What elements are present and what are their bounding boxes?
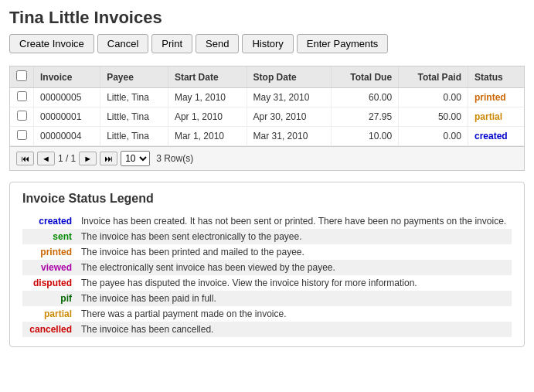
header-checkbox-col	[10, 66, 34, 88]
row-checkbox-cell	[10, 88, 34, 107]
legend-status-label: disputed	[22, 275, 77, 291]
table-row: 00000005 Little, Tina May 1, 2010 May 31…	[10, 88, 524, 107]
invoices-table-container: Invoice Payee Start Date Stop Date Total…	[9, 66, 525, 171]
legend-row: disputed The payee has disputed the invo…	[22, 275, 512, 291]
legend-row: partial There was a partial payment made…	[22, 306, 512, 322]
legend-status-label: created	[22, 213, 77, 229]
table-row: 00000001 Little, Tina Apr 1, 2010 Apr 30…	[10, 107, 524, 127]
legend-description: The invoice has been sent electronically…	[77, 229, 512, 244]
row-checkbox[interactable]	[17, 91, 27, 101]
next-page-button[interactable]: ►	[79, 152, 97, 165]
enter-payments-button[interactable]: Enter Payments	[297, 34, 389, 53]
header-status: Status	[468, 66, 524, 88]
table-row: 00000004 Little, Tina Mar 1, 2010 Mar 31…	[10, 127, 524, 146]
legend-row: created Invoice has been created. It has…	[22, 213, 512, 229]
legend-status-label: pif	[22, 291, 77, 306]
header-total-paid: Total Paid	[399, 66, 468, 88]
prev-page-button[interactable]: ◄	[37, 152, 55, 165]
row-total-paid: 0.00	[399, 127, 468, 146]
invoices-table: Invoice Payee Start Date Stop Date Total…	[10, 66, 524, 146]
legend-description: The invoice has been paid in full.	[77, 291, 512, 306]
row-total-due: 27.95	[332, 107, 399, 127]
pagination-row: ⏮ ◄ 1 / 1 ► ⏭ 10 25 50 3 Row(s)	[10, 146, 524, 170]
legend-status-label: sent	[22, 229, 77, 244]
row-stop-date: Mar 31, 2010	[247, 127, 332, 146]
table-header-row: Invoice Payee Start Date Stop Date Total…	[10, 66, 524, 88]
row-start-date: Mar 1, 2010	[168, 127, 247, 146]
legend-status-label: printed	[22, 244, 77, 260]
select-all-checkbox[interactable]	[16, 70, 27, 81]
row-total-paid: 0.00	[399, 88, 468, 107]
row-invoice: 00000001	[34, 107, 100, 127]
print-button[interactable]: Print	[151, 34, 192, 53]
row-count: 3 Row(s)	[156, 153, 193, 164]
legend-description: There was a partial payment made on the …	[77, 306, 512, 322]
row-payee: Little, Tina	[100, 107, 168, 127]
legend-row: printed The invoice has been printed and…	[22, 244, 512, 260]
legend-status-label: cancelled	[22, 322, 77, 337]
row-total-paid: 50.00	[399, 107, 468, 127]
legend-title: Invoice Status Legend	[22, 192, 512, 206]
header-stop-date: Stop Date	[247, 66, 332, 88]
row-payee: Little, Tina	[100, 88, 168, 107]
row-invoice: 00000004	[34, 127, 100, 146]
first-page-button[interactable]: ⏮	[16, 152, 34, 165]
row-stop-date: May 31, 2010	[247, 88, 332, 107]
row-checkbox[interactable]	[17, 111, 27, 121]
legend-description: The invoice has been cancelled.	[77, 322, 512, 337]
row-stop-date: Apr 30, 2010	[247, 107, 332, 127]
create-invoice-button[interactable]: Create Invoice	[9, 34, 94, 53]
legend-description: Invoice has been created. It has not bee…	[77, 213, 512, 229]
row-status: partial	[468, 107, 524, 127]
row-checkbox[interactable]	[17, 130, 27, 140]
header-payee: Payee	[100, 66, 168, 88]
legend-row: viewed The electronically sent invoice h…	[22, 260, 512, 275]
page-header: Tina Little Invoices Create Invoice Canc…	[0, 0, 534, 66]
legend-row: sent The invoice has been sent electroni…	[22, 229, 512, 244]
legend-description: The payee has disputed the invoice. View…	[77, 275, 512, 291]
header-invoice: Invoice	[34, 66, 100, 88]
header-start-date: Start Date	[168, 66, 247, 88]
row-checkbox-cell	[10, 127, 34, 146]
row-start-date: Apr 1, 2010	[168, 107, 247, 127]
send-button[interactable]: Send	[196, 34, 239, 53]
per-page-select[interactable]: 10 25 50	[121, 151, 150, 166]
history-button[interactable]: History	[242, 34, 293, 53]
legend-row: pif The invoice has been paid in full.	[22, 291, 512, 306]
last-page-button[interactable]: ⏭	[100, 152, 117, 165]
legend-table: created Invoice has been created. It has…	[22, 213, 512, 337]
legend-status-label: partial	[22, 306, 77, 322]
legend-description: The invoice has been printed and mailed …	[77, 244, 512, 260]
page-title: Tina Little Invoices	[9, 8, 525, 28]
toolbar: Create Invoice Cancel Print Send History…	[9, 34, 525, 53]
row-invoice: 00000005	[34, 88, 100, 107]
row-status: printed	[468, 88, 524, 107]
row-start-date: May 1, 2010	[168, 88, 247, 107]
legend-box: Invoice Status Legend created Invoice ha…	[9, 182, 525, 347]
legend-row: cancelled The invoice has been cancelled…	[22, 322, 512, 337]
page-indicator: 1 / 1	[58, 153, 76, 164]
row-checkbox-cell	[10, 107, 34, 127]
legend-description: The electronically sent invoice has been…	[77, 260, 512, 275]
legend-status-label: viewed	[22, 260, 77, 275]
row-payee: Little, Tina	[100, 127, 168, 146]
row-total-due: 60.00	[332, 88, 399, 107]
row-status: created	[468, 127, 524, 146]
header-total-due: Total Due	[332, 66, 399, 88]
row-total-due: 10.00	[332, 127, 399, 146]
cancel-button[interactable]: Cancel	[97, 34, 148, 53]
